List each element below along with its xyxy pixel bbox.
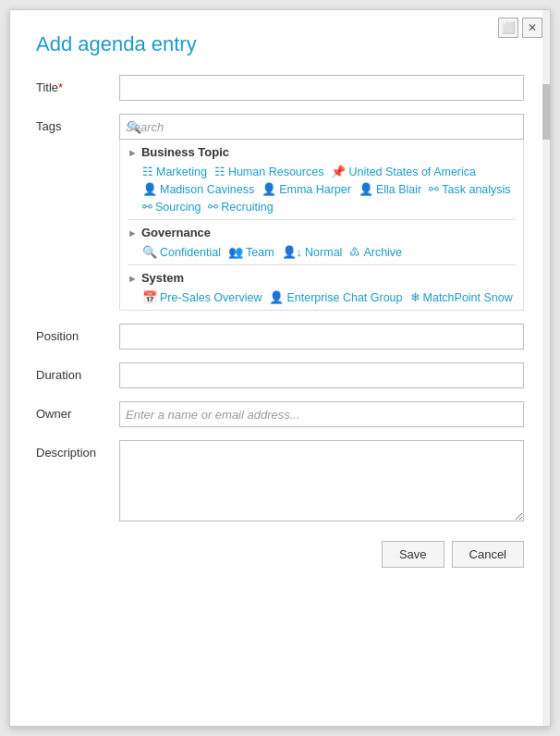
tag-section-header-business-topic[interactable]: ► Business Topic xyxy=(128,145,516,159)
recycle-icon: ♳ xyxy=(349,245,360,259)
tags-row: Tags 🔍 ► Business Topic ☷ Marketing xyxy=(36,114,524,311)
list-item[interactable]: 👤 Emma Harper xyxy=(262,182,351,196)
list-item[interactable]: ☷ Human Resources xyxy=(214,165,324,178)
title-input[interactable] xyxy=(119,75,524,101)
position-row: Position xyxy=(36,324,524,350)
description-field-wrap xyxy=(119,440,524,524)
position-input[interactable] xyxy=(119,324,524,350)
list-item[interactable]: 📌 United States of America xyxy=(331,165,476,178)
owner-input[interactable] xyxy=(119,401,524,427)
close-icon: ✕ xyxy=(528,21,537,34)
list-item[interactable]: ❄ MatchPoint Snow xyxy=(410,290,513,304)
person-icon: 👤 xyxy=(262,182,276,196)
close-button[interactable]: ✕ xyxy=(522,18,542,38)
scrollbar-thumb[interactable] xyxy=(542,84,550,140)
restore-icon: ⬜ xyxy=(502,21,516,34)
list-item[interactable]: 🔍 Confidential xyxy=(142,245,221,259)
list-item[interactable]: 👥 Team xyxy=(228,245,274,259)
title-row: Title* xyxy=(36,75,524,101)
list-item[interactable]: ☷ Marketing xyxy=(142,165,207,178)
tag-items-governance: 🔍 Confidential 👥 Team 👤↓ Normal ♳ xyxy=(128,245,516,259)
tag-section-title-governance: Governance xyxy=(141,226,211,239)
tag-items-system: 📅 Pre-Sales Overview 👤 Enterprise Chat G… xyxy=(128,290,516,304)
list-item[interactable]: 👤↓ Normal xyxy=(282,245,343,259)
pin-icon: 📌 xyxy=(331,165,346,178)
grid-icon: ☷ xyxy=(142,165,153,178)
list-item[interactable]: ♳ Archive xyxy=(349,245,402,259)
tag-section-business-topic: ► Business Topic ☷ Marketing ☷ Human Res… xyxy=(128,145,516,220)
tag-section-header-governance[interactable]: ► Governance xyxy=(128,226,516,239)
tags-search-input[interactable] xyxy=(119,114,524,140)
search-icon: 🔍 xyxy=(142,245,157,259)
chevron-right-icon: ► xyxy=(128,147,138,158)
search-icon: 🔍 xyxy=(127,120,141,134)
description-row: Description xyxy=(36,440,524,524)
list-item[interactable]: 👤 Enterprise Chat Group xyxy=(269,290,402,304)
cancel-button[interactable]: Cancel xyxy=(452,541,524,568)
list-item[interactable]: ⚯ Sourcing xyxy=(142,200,201,214)
list-item[interactable]: ⚯ Task analysis xyxy=(429,182,510,196)
owner-row: Owner xyxy=(36,401,524,427)
restore-button[interactable]: ⬜ xyxy=(498,18,518,38)
title-field-wrap xyxy=(119,75,524,101)
nodes-icon: ⚯ xyxy=(429,182,439,196)
tag-section-header-system[interactable]: ► System xyxy=(128,271,516,285)
person-icon: 👤 xyxy=(142,182,157,196)
list-item[interactable]: 👤 Madison Caviness xyxy=(142,182,254,196)
owner-label: Owner xyxy=(36,401,119,421)
person-arrow-icon: 👤↓ xyxy=(282,245,303,259)
title-label: Title* xyxy=(36,75,119,94)
tag-section-system: ► System 📅 Pre-Sales Overview 👤 Enterpri… xyxy=(128,271,516,304)
calendar-icon: 📅 xyxy=(142,290,157,304)
tag-items-business-topic: ☷ Marketing ☷ Human Resources 📌 United S… xyxy=(128,165,516,214)
nodes-icon: ⚯ xyxy=(208,200,218,214)
tags-label: Tags xyxy=(36,114,119,133)
tags-search-wrap: 🔍 xyxy=(119,114,524,140)
person-icon: 👤 xyxy=(269,290,284,304)
position-label: Position xyxy=(36,324,119,343)
position-field-wrap xyxy=(119,324,524,350)
snowflake-icon: ❄ xyxy=(410,290,420,304)
persons-icon: 👥 xyxy=(228,245,243,259)
duration-row: Duration xyxy=(36,362,524,388)
description-label: Description xyxy=(36,440,119,460)
tag-section-governance: ► Governance 🔍 Confidential 👥 Team xyxy=(128,226,516,265)
person-icon: 👤 xyxy=(359,182,373,196)
scrollbar-track[interactable] xyxy=(542,10,550,726)
chevron-right-icon: ► xyxy=(128,227,138,239)
tags-panel: ► Business Topic ☷ Marketing ☷ Human Res… xyxy=(119,140,524,311)
save-button[interactable]: Save xyxy=(382,541,444,568)
add-agenda-entry-dialog: ⬜ ✕ Add agenda entry Title* Tags 🔍 xyxy=(9,9,551,727)
list-item[interactable]: 👤 Ella Blair xyxy=(359,182,421,196)
owner-field-wrap xyxy=(119,401,524,427)
description-textarea[interactable] xyxy=(119,440,524,521)
list-item[interactable]: 📅 Pre-Sales Overview xyxy=(142,290,262,304)
tags-field-wrap: 🔍 ► Business Topic ☷ Marketing xyxy=(119,114,524,311)
list-item[interactable]: ⚯ Recruiting xyxy=(208,200,273,214)
grid-icon: ☷ xyxy=(214,165,225,178)
chevron-right-icon: ► xyxy=(128,273,138,284)
duration-input[interactable] xyxy=(119,362,524,388)
duration-field-wrap xyxy=(119,362,524,388)
duration-label: Duration xyxy=(36,362,119,382)
tag-section-title-system: System xyxy=(141,271,184,285)
tag-section-title-business-topic: Business Topic xyxy=(141,145,229,159)
page-title: Add agenda entry xyxy=(36,32,524,56)
nodes-icon: ⚯ xyxy=(142,200,152,214)
form-actions: Save Cancel xyxy=(36,541,524,568)
dialog-titlebar: ⬜ ✕ xyxy=(498,18,542,38)
